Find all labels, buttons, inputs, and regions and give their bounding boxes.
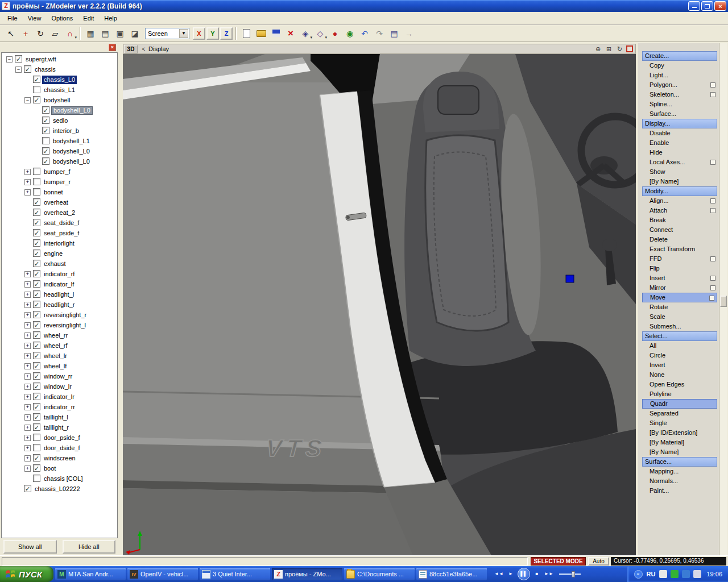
tree-node-indicator-rf[interactable]: indicator_rf — [42, 270, 76, 278]
expand-icon[interactable]: + — [24, 425, 31, 431]
options-box-icon[interactable] — [710, 92, 715, 97]
tree-row[interactable]: +✓wheel_lr — [2, 351, 117, 361]
cmd-align[interactable]: Align... — [642, 196, 718, 206]
tree-node-reversinglight-l[interactable]: reversinglight_l — [42, 321, 88, 330]
tree-row[interactable]: +bumper_f — [2, 167, 117, 177]
options-box-icon[interactable] — [710, 160, 715, 165]
cmd-copy[interactable]: Copy — [642, 61, 718, 70]
cmd-surface[interactable]: Surface... — [642, 109, 718, 119]
cmd-enable[interactable]: Enable — [642, 138, 718, 148]
tree-row[interactable]: +✓indicator_lr — [2, 392, 117, 402]
cmd-connect[interactable]: Connect — [642, 225, 718, 235]
tree-row[interactable]: ✓interiorlight — [2, 238, 117, 248]
command-panel-scrollbar[interactable] — [719, 43, 727, 555]
tree-node-overheat[interactable]: overheat — [42, 198, 70, 207]
cmd-flip[interactable]: Flip — [642, 264, 718, 273]
tree-node-bodyshell-l0[interactable]: bodyshell_L0 — [51, 106, 93, 115]
expand-icon[interactable]: + — [24, 343, 31, 349]
task-3-quiet-inter[interactable]: 3 Quiet Inter... — [200, 568, 270, 580]
cmd-by-name[interactable]: [By Name] — [642, 447, 718, 457]
visibility-checkbox[interactable]: ✓ — [42, 157, 49, 165]
visibility-checkbox[interactable]: ✓ — [33, 76, 40, 83]
redo-icon[interactable]: ↷ — [373, 27, 386, 40]
tree-node-bonnet[interactable]: bonnet — [42, 188, 65, 197]
select-arrow-icon[interactable]: ↖ — [4, 27, 18, 40]
tree-row[interactable]: +✓taillight_r — [2, 422, 117, 433]
cmd-attach[interactable]: Attach — [642, 206, 718, 215]
primitives-dropdown-icon[interactable]: ◈▾ — [299, 27, 312, 40]
cmd-exact-transform[interactable]: Exact Transform — [642, 244, 718, 254]
tree-row[interactable]: +door_pside_f — [2, 433, 117, 443]
expand-icon[interactable]: + — [24, 292, 31, 298]
tree-node-indicator-rr[interactable]: indicator_rr — [42, 403, 77, 411]
visibility-checkbox[interactable]: ✓ — [33, 383, 40, 390]
task-c-documents[interactable]: C:\Documents ... — [344, 568, 415, 580]
cmd-insert[interactable]: Insert — [642, 273, 718, 283]
expand-icon[interactable]: + — [24, 445, 31, 451]
language-indicator[interactable]: RU — [647, 571, 656, 577]
expand-icon[interactable]: + — [24, 435, 31, 441]
tree-row[interactable]: +✓reversinglight_r — [2, 310, 117, 320]
modifiers-dropdown-icon[interactable]: ◇▾ — [313, 27, 327, 40]
visibility-checkbox[interactable]: ✓ — [33, 342, 40, 349]
menu-help[interactable]: Help — [99, 13, 122, 23]
cmd-polygon[interactable]: Polygon... — [642, 80, 718, 90]
tree-row[interactable]: bodyshell_L1 — [2, 136, 117, 146]
tree-node-engine[interactable]: engine — [42, 250, 64, 258]
cmd-invert[interactable]: Invert — [642, 360, 718, 370]
tree-node-door-dside-f[interactable]: door_dside_f — [42, 444, 82, 452]
tree-row[interactable]: ✓interior_b — [2, 126, 117, 136]
expand-icon[interactable]: + — [24, 455, 31, 462]
tree-node-bodyshell-l0[interactable]: bodyshell_L0 — [51, 157, 92, 166]
tree-node-window-lr[interactable]: window_lr — [42, 383, 73, 391]
expand-icon[interactable]: + — [24, 312, 31, 318]
visibility-checkbox[interactable]: ✓ — [33, 321, 40, 329]
media-next-button[interactable]: ►► — [544, 569, 554, 579]
tree-node-chassis[interactable]: chassis — [33, 65, 57, 74]
tree-row[interactable]: +✓indicator_rf — [2, 269, 117, 279]
hidden-icons-chevron[interactable]: « — [634, 570, 643, 579]
task-88cc51e3fa65e[interactable]: 88cc51e3fa65e... — [416, 568, 487, 580]
tree-row[interactable]: ✓seat_pside_f — [2, 228, 117, 238]
tree-row[interactable]: +✓wheel_lf — [2, 361, 117, 371]
expand-icon[interactable]: + — [24, 363, 31, 369]
tree-row[interactable]: +bumper_r — [2, 177, 117, 187]
tree-row[interactable]: +✓wheel_rr — [2, 330, 117, 340]
visibility-checkbox[interactable]: ✓ — [33, 260, 40, 267]
task-openiv-vehicl[interactable]: OpenIV - vehicl... — [127, 568, 198, 580]
tree-row[interactable]: ✓seat_dside_f — [2, 218, 117, 228]
visibility-checkbox[interactable]: ✓ — [33, 96, 40, 103]
options-box-icon[interactable] — [710, 198, 715, 203]
tray-icon-2[interactable] — [671, 570, 679, 578]
visibility-checkbox[interactable]: ✓ — [33, 229, 40, 236]
tree-row[interactable]: ✓chassis_L02222 — [2, 484, 117, 494]
tree-row[interactable]: +✓taillight_l — [2, 412, 117, 422]
cmd-by-name[interactable]: [By Name] — [642, 177, 718, 186]
tree-node-exhaust[interactable]: exhaust — [42, 260, 68, 268]
visibility-checkbox[interactable] — [33, 444, 40, 451]
tree-node-bumper-r[interactable]: bumper_r — [42, 178, 72, 186]
cmd-create[interactable]: Create... — [642, 51, 717, 61]
cmd-by-id-extension[interactable]: [By ID/Extension] — [642, 428, 718, 438]
media-pause-button[interactable]: ▌▌ — [518, 568, 530, 580]
expand-icon[interactable]: + — [24, 404, 31, 410]
visibility-checkbox[interactable]: ✓ — [42, 147, 49, 155]
visibility-checkbox[interactable]: ✓ — [33, 290, 40, 298]
options-box-icon[interactable] — [710, 256, 715, 261]
viewport-3d-tab[interactable]: 3D — [124, 45, 138, 53]
tree-row[interactable]: ✓sedlo — [2, 115, 117, 126]
hide-all-button[interactable]: Hide all — [63, 540, 116, 554]
rotate-tool-icon[interactable]: ↻ — [34, 27, 47, 40]
viewport-canvas[interactable]: VTS — [123, 54, 636, 555]
cmd-disable[interactable]: Disable — [642, 128, 718, 138]
tree-row[interactable]: +✓window_rr — [2, 371, 117, 381]
visibility-checkbox[interactable]: ✓ — [33, 250, 40, 257]
tree-row[interactable]: ✓chassis_L0 — [2, 74, 117, 85]
options-box-icon[interactable] — [710, 285, 715, 290]
visibility-checkbox[interactable]: ✓ — [33, 413, 40, 421]
cmd-mapping[interactable]: Mapping... — [642, 467, 718, 476]
tree-node-interior-b[interactable]: interior_b — [51, 127, 81, 135]
save-file-icon[interactable] — [269, 27, 283, 40]
tree-node-indicator-lf[interactable]: indicator_lf — [42, 280, 76, 289]
visibility-checkbox[interactable] — [33, 434, 40, 441]
